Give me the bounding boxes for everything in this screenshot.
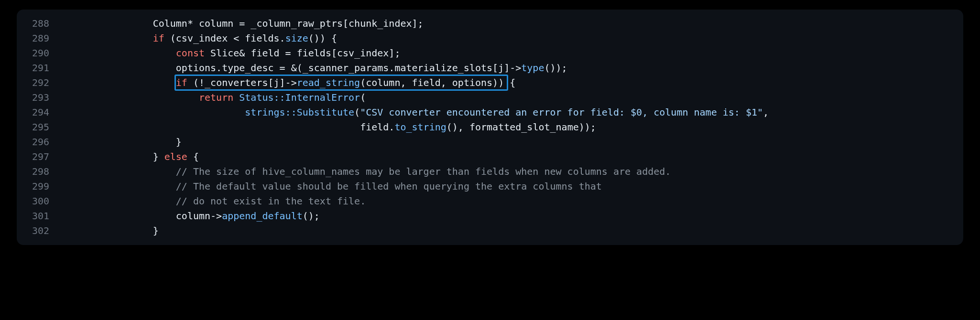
code-token <box>61 92 199 103</box>
code-token <box>61 107 245 118</box>
line-content[interactable]: if (!_converters[j]->read_string(column,… <box>61 75 963 90</box>
code-line[interactable]: 295 field.to_string(), formatted_slot_na… <box>17 120 963 135</box>
code-line[interactable]: 296 } <box>17 135 963 149</box>
code-token: to_string <box>394 121 446 133</box>
code-line[interactable]: 302 } <box>17 224 963 238</box>
code-token: else <box>164 151 187 162</box>
code-token: read_string <box>297 77 360 88</box>
code-line[interactable]: 293 return Status::InternalError( <box>17 90 963 105</box>
code-token: append_default <box>222 210 303 222</box>
code-line[interactable]: 288 Column* column = _column_raw_ptrs[ch… <box>17 16 963 31</box>
line-number: 294 <box>17 105 61 120</box>
code-token: type <box>521 62 544 74</box>
code-token: (!_converters[j]-> <box>187 77 297 88</box>
code-token: { <box>187 151 199 162</box>
line-number: 295 <box>17 120 61 135</box>
line-content[interactable]: } else { <box>61 149 963 164</box>
code-token <box>61 32 153 44</box>
code-line[interactable]: 291 options.type_desc = &(_scanner_param… <box>17 61 963 75</box>
line-content[interactable]: options.type_desc = &(_scanner_params.ma… <box>61 61 963 75</box>
code-line[interactable]: 298 // The size of hive_column_names may… <box>17 164 963 179</box>
code-token: if <box>176 77 187 88</box>
code-token: ()); <box>544 62 567 74</box>
line-content[interactable]: strings::Substitute("CSV converter encou… <box>61 105 963 120</box>
code-token: (column, field, options)) { <box>360 77 515 88</box>
code-line[interactable]: 289 if (csv_index < fields.size()) { <box>17 31 963 46</box>
line-number: 296 <box>17 135 61 149</box>
line-number: 298 <box>17 164 61 179</box>
code-token <box>61 195 176 207</box>
code-line[interactable]: 301 column->append_default(); <box>17 209 963 224</box>
code-token: field. <box>61 121 394 133</box>
code-token: if <box>153 32 164 44</box>
code-token: strings::Substitute <box>245 107 354 118</box>
line-number: 291 <box>17 61 61 75</box>
line-number: 290 <box>17 46 61 61</box>
line-content[interactable]: column->append_default(); <box>61 209 963 224</box>
line-content[interactable]: if (csv_index < fields.size()) { <box>61 31 963 46</box>
code-token: Column* column = _column_raw_ptrs[chunk_… <box>61 18 424 29</box>
line-content[interactable]: // The size of hive_column_names may be … <box>61 164 963 179</box>
code-line[interactable]: 300 // do not exist in the text file. <box>17 194 963 209</box>
code-token: column-> <box>61 210 222 222</box>
line-number: 289 <box>17 31 61 46</box>
code-editor: 288 Column* column = _column_raw_ptrs[ch… <box>17 10 963 245</box>
line-content[interactable]: Column* column = _column_raw_ptrs[chunk_… <box>61 16 963 31</box>
line-number: 300 <box>17 194 61 209</box>
line-number: 292 <box>17 75 61 90</box>
code-token: size <box>285 32 308 44</box>
code-token: options.type_desc = &(_scanner_params.ma… <box>61 62 521 74</box>
code-token: , <box>763 107 769 118</box>
code-token: (); <box>303 210 320 222</box>
code-token: } <box>61 225 159 236</box>
code-token: } <box>61 136 182 148</box>
code-token: // do not exist in the text file. <box>176 195 366 207</box>
code-token: (csv_index < fields. <box>164 32 285 44</box>
code-line[interactable]: 290 const Slice& field = fields[csv_inde… <box>17 46 963 61</box>
line-number: 293 <box>17 90 61 105</box>
code-token: // The size of hive_column_names may be … <box>176 166 671 177</box>
code-token <box>61 77 176 88</box>
code-token <box>61 166 176 177</box>
code-token <box>233 92 239 103</box>
line-content[interactable]: field.to_string(), formatted_slot_name))… <box>61 120 963 135</box>
code-line[interactable]: 297 } else { <box>17 149 963 164</box>
code-token: } <box>61 151 164 162</box>
line-content[interactable]: } <box>61 224 963 238</box>
code-token: Slice& field = fields[csv_index]; <box>205 47 400 59</box>
code-token: ()) { <box>308 32 337 44</box>
code-token: // The default value should be filled wh… <box>176 181 602 192</box>
code-token <box>61 47 176 59</box>
code-token: ( <box>360 92 366 103</box>
code-token: "CSV converter encountered an error for … <box>360 107 763 118</box>
code-line[interactable]: 299 // The default value should be fille… <box>17 179 963 194</box>
code-line[interactable]: 294 strings::Substitute("CSV converter e… <box>17 105 963 120</box>
line-content[interactable]: const Slice& field = fields[csv_index]; <box>61 46 963 61</box>
line-number: 297 <box>17 149 61 164</box>
line-content[interactable]: // do not exist in the text file. <box>61 194 963 209</box>
line-content[interactable]: // The default value should be filled wh… <box>61 179 963 194</box>
code-token: return <box>199 92 233 103</box>
line-number: 299 <box>17 179 61 194</box>
line-number: 288 <box>17 16 61 31</box>
code-token <box>61 181 176 192</box>
line-content[interactable]: } <box>61 135 963 149</box>
code-token: const <box>176 47 205 59</box>
code-token: Status::InternalError <box>239 92 360 103</box>
code-token: ( <box>354 107 360 118</box>
code-token: (), formatted_slot_name)); <box>446 121 596 133</box>
code-line[interactable]: 292 if (!_converters[j]->read_string(col… <box>17 75 963 90</box>
line-content[interactable]: return Status::InternalError( <box>61 90 963 105</box>
line-number: 301 <box>17 209 61 224</box>
line-number: 302 <box>17 224 61 238</box>
